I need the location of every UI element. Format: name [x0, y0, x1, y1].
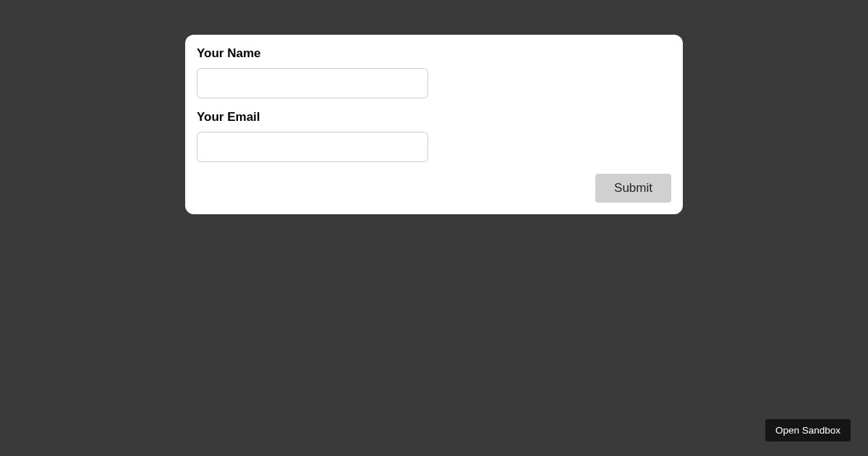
name-input[interactable] [197, 68, 428, 98]
email-label: Your Email [197, 110, 671, 124]
submit-button[interactable]: Submit [595, 174, 671, 203]
form-field-name: Your Name [197, 46, 671, 98]
form-field-email: Your Email [197, 110, 671, 162]
form-actions: Submit [197, 174, 671, 203]
name-label: Your Name [197, 46, 671, 61]
open-sandbox-button[interactable]: Open Sandbox [765, 419, 851, 442]
form-card: Your Name Your Email Submit [185, 35, 683, 214]
email-input[interactable] [197, 132, 428, 162]
